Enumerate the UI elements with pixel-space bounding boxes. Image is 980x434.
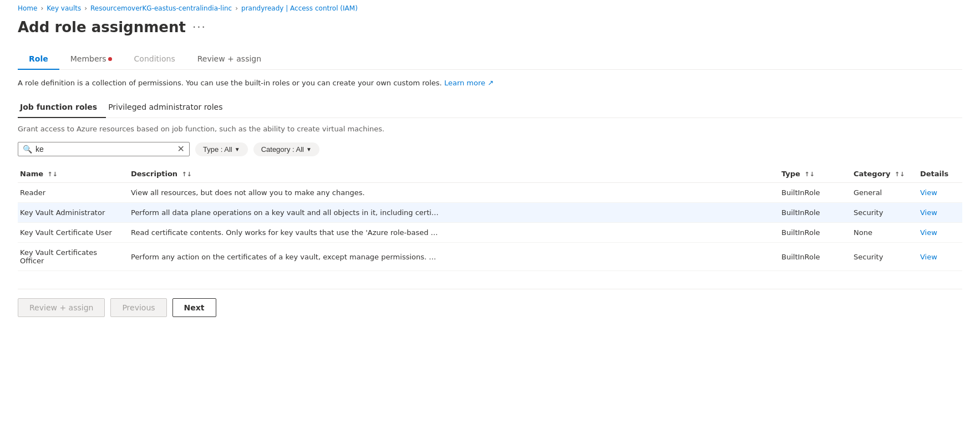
tab-review-assign[interactable]: Review + assign	[186, 49, 272, 70]
sort-name-icon[interactable]: ↑↓	[48, 171, 58, 178]
cell-description: Read certificate contents. Only works fo…	[129, 223, 779, 243]
cell-category: Security	[851, 243, 918, 271]
cell-category: General	[851, 183, 918, 203]
cell-type: BuiltInRole	[779, 203, 851, 223]
clear-search-icon[interactable]: ✕	[177, 145, 185, 154]
page-title-row: Add role assignment ···	[18, 19, 962, 35]
cell-details: View	[918, 183, 962, 203]
cell-details: View	[918, 203, 962, 223]
breadcrumb-keyvaults[interactable]: Key vaults	[47, 4, 81, 12]
breadcrumb-resource[interactable]: ResourcemoverKG-eastus-centralindia-linc	[90, 4, 232, 12]
col-header-details: Details	[918, 165, 962, 183]
cell-details: View	[918, 243, 962, 271]
table-row[interactable]: Reader View all resources, but does not …	[18, 183, 962, 203]
cell-description: Perform all data plane operations on a k…	[129, 203, 779, 223]
breadcrumb-home[interactable]: Home	[18, 4, 37, 12]
view-link[interactable]: View	[920, 208, 937, 217]
search-icon: 🔍	[23, 145, 32, 154]
sub-tab-job-function[interactable]: Job function roles	[18, 98, 106, 118]
tab-conditions: Conditions	[123, 49, 186, 70]
cell-details: View	[918, 223, 962, 243]
table-row[interactable]: Key Vault Certificates Officer Perform a…	[18, 243, 962, 271]
type-filter-pill[interactable]: Type : All ▼	[195, 142, 248, 156]
next-button[interactable]: Next	[172, 298, 216, 317]
sort-type-icon[interactable]: ↑↓	[804, 171, 814, 178]
breadcrumb: Home › Key vaults › ResourcemoverKG-east…	[18, 0, 962, 19]
members-dot	[108, 57, 112, 61]
chevron-down-icon: ▼	[306, 146, 312, 152]
cell-category: Security	[851, 203, 918, 223]
col-header-type: Type ↑↓	[779, 165, 851, 183]
category-filter-pill[interactable]: Category : All ▼	[253, 142, 319, 156]
cell-description: View all resources, but does not allow y…	[129, 183, 779, 203]
tab-role[interactable]: Role	[18, 49, 59, 70]
sort-cat-icon[interactable]: ↑↓	[895, 171, 905, 178]
view-link[interactable]: View	[920, 228, 937, 237]
cell-type: BuiltInRole	[779, 243, 851, 271]
sub-tabs-row: Job function roles Privileged administra…	[18, 98, 962, 118]
review-assign-button[interactable]: Review + assign	[18, 298, 105, 317]
table-row[interactable]: Key Vault Administrator Perform all data…	[18, 203, 962, 223]
tab-members[interactable]: Members	[59, 49, 123, 70]
cell-type: BuiltInRole	[779, 183, 851, 203]
sort-desc-icon[interactable]: ↑↓	[182, 171, 192, 178]
page-title: Add role assignment	[18, 19, 186, 35]
breadcrumb-iam[interactable]: prandyready | Access control (IAM)	[241, 4, 358, 12]
view-link[interactable]: View	[920, 253, 937, 261]
sub-tab-privileged[interactable]: Privileged administrator roles	[106, 98, 231, 118]
tabs-row: Role Members Conditions Review + assign	[18, 49, 962, 70]
learn-more-link[interactable]: Learn more ↗	[444, 79, 494, 87]
col-header-description: Description ↑↓	[129, 165, 779, 183]
col-header-name: Name ↑↓	[18, 165, 129, 183]
search-input[interactable]	[35, 145, 174, 154]
more-options-icon[interactable]: ···	[192, 21, 206, 34]
footer-row: Review + assign Previous Next	[18, 289, 962, 317]
cell-name: Key Vault Certificates Officer	[18, 243, 129, 271]
view-link[interactable]: View	[920, 188, 937, 197]
chevron-down-icon: ▼	[235, 146, 240, 152]
table-header-row: Name ↑↓ Description ↑↓ Type ↑↓ Category …	[18, 165, 962, 183]
cell-category: None	[851, 223, 918, 243]
role-description: A role definition is a collection of per…	[18, 79, 962, 87]
cell-name: Reader	[18, 183, 129, 203]
sub-tab-description: Grant access to Azure resources based on…	[18, 125, 962, 133]
cell-type: BuiltInRole	[779, 223, 851, 243]
cell-name: Key Vault Administrator	[18, 203, 129, 223]
cell-description: Perform any action on the certificates o…	[129, 243, 779, 271]
filter-row: 🔍 ✕ Type : All ▼ Category : All ▼	[18, 142, 962, 156]
search-box: 🔍 ✕	[18, 142, 190, 156]
roles-table: Name ↑↓ Description ↑↓ Type ↑↓ Category …	[18, 165, 962, 271]
table-row[interactable]: Key Vault Certificate User Read certific…	[18, 223, 962, 243]
cell-name: Key Vault Certificate User	[18, 223, 129, 243]
previous-button[interactable]: Previous	[110, 298, 166, 317]
col-header-category: Category ↑↓	[851, 165, 918, 183]
